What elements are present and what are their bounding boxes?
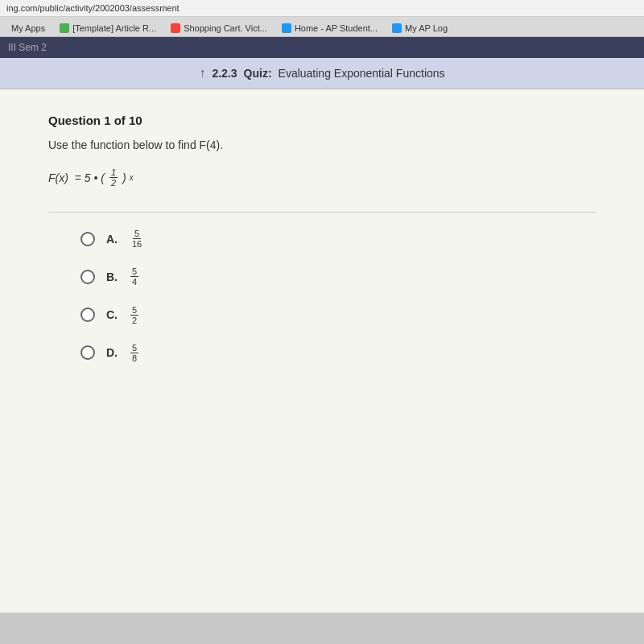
answer-option-d[interactable]: D. 5 8 [80, 343, 596, 363]
quiz-header-bar: ↑ 2.2.3 Quiz: Evaluating Exponential Fun… [0, 58, 644, 89]
up-arrow-icon: ↑ [199, 66, 205, 80]
tab-article[interactable]: [Template] Article R... [53, 20, 163, 36]
radio-d[interactable] [80, 345, 95, 360]
tab-shopping[interactable]: Shopping Cart. Vict... [164, 20, 274, 36]
radio-a[interactable] [80, 232, 95, 246]
answer-a-num: 5 [133, 229, 141, 239]
answer-label-c: C. [106, 308, 118, 321]
answer-value-b: 5 4 [129, 266, 140, 287]
answer-c-num: 5 [130, 305, 138, 316]
answer-label-a: A. [106, 233, 118, 246]
answer-label-b: B. [106, 270, 118, 283]
answer-option-a[interactable]: A. 5 16 [80, 229, 596, 249]
tab-article-label: [Template] Article R... [72, 23, 156, 33]
tab-my-ap-log[interactable]: My AP Log [386, 20, 454, 36]
answer-a-den: 16 [130, 239, 143, 249]
answer-d-fraction: 5 8 [130, 343, 138, 363]
answer-choices: A. 5 16 B. 5 4 C. 5 [48, 229, 596, 363]
tab-home-ap-favicon [282, 23, 291, 33]
quiz-type-label: Quiz: [244, 67, 272, 80]
tab-shopping-favicon [171, 23, 180, 33]
question-text: Use the function below to find F(4). [48, 138, 596, 151]
answer-b-fraction: 5 4 [130, 266, 138, 287]
quiz-section: 2.2.3 [212, 67, 237, 80]
function-display: F(x) = 5 • ( 1 2 ) x [48, 167, 596, 188]
answer-value-a: 5 16 [129, 229, 145, 249]
answer-value-c: 5 2 [129, 305, 140, 325]
fraction-denominator: 2 [109, 178, 118, 188]
sub-nav-label: III Sem 2 [8, 42, 47, 53]
function-equals: = 5 • ( [72, 171, 105, 184]
tab-shopping-label: Shopping Cart. Vict... [184, 23, 267, 33]
tab-my-ap-log-favicon [392, 23, 402, 33]
url-text: ing.com/public/activity/2002003/assessme… [6, 3, 180, 13]
sub-nav: III Sem 2 [0, 37, 644, 58]
answer-b-num: 5 [130, 266, 138, 277]
answer-a-fraction: 5 16 [130, 229, 143, 249]
tab-my-apps[interactable]: My Apps [5, 20, 52, 36]
answer-option-b[interactable]: B. 5 4 [80, 266, 596, 287]
answer-option-c[interactable]: C. 5 2 [80, 305, 596, 325]
tabs-bar: My Apps [Template] Article R... Shopping… [0, 17, 644, 37]
tab-my-ap-log-label: My AP Log [405, 23, 448, 33]
tab-home-ap[interactable]: Home - AP Student... [275, 20, 384, 36]
function-name: F(x) [48, 171, 68, 184]
answer-label-d: D. [106, 346, 118, 359]
fraction-numerator: 1 [109, 167, 118, 178]
tab-my-apps-label: My Apps [11, 23, 45, 33]
function-exponent: x [130, 173, 134, 182]
answer-value-d: 5 8 [129, 343, 140, 363]
divider [48, 212, 596, 213]
quiz-title: Evaluating Exponential Functions [279, 67, 445, 80]
content-area: Question 1 of 10 Use the function below … [0, 89, 644, 613]
answer-c-den: 2 [130, 316, 138, 325]
answer-d-num: 5 [130, 343, 138, 353]
function-fraction: 1 2 [109, 167, 118, 188]
function-close-paren: ) [122, 171, 126, 184]
radio-b[interactable] [80, 270, 95, 284]
tab-article-favicon [60, 23, 69, 33]
answer-d-den: 8 [130, 353, 138, 363]
url-bar: ing.com/public/activity/2002003/assessme… [0, 0, 644, 17]
radio-c[interactable] [80, 308, 95, 322]
answer-c-fraction: 5 2 [130, 305, 138, 325]
tab-home-ap-label: Home - AP Student... [295, 23, 378, 33]
question-header: Question 1 of 10 [48, 114, 596, 127]
answer-b-den: 4 [130, 277, 138, 287]
